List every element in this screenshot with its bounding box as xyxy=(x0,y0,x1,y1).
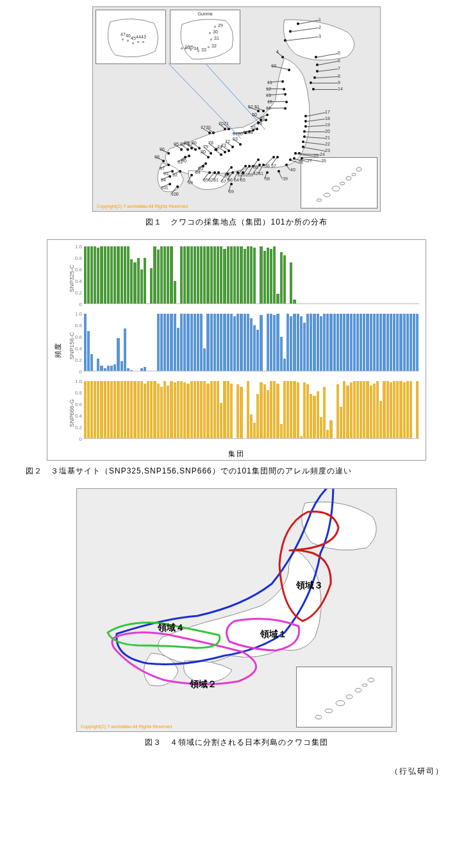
y-tick: 0.8 xyxy=(75,255,82,261)
bar-SNP325-C xyxy=(280,252,283,304)
bar-SNP325-C xyxy=(140,269,143,304)
leader-line-icon xyxy=(315,76,338,78)
bar-SNP666-G xyxy=(297,382,299,439)
bar-SNP666-G xyxy=(87,381,90,439)
leader-line-icon xyxy=(316,53,338,58)
figure-2-ylabel: 頻度 xyxy=(53,343,63,358)
leader-line-icon xyxy=(290,160,298,163)
bar-SNP325-C xyxy=(203,246,206,304)
bar-SNP156-C xyxy=(236,314,239,371)
bar-SNP325-C xyxy=(94,246,96,304)
y-tick: 0.2 xyxy=(75,357,82,363)
bar-SNP666-G xyxy=(403,382,406,439)
bar-SNP666-G xyxy=(353,381,356,439)
leader-line-icon xyxy=(278,171,283,179)
bar-SNP156-C xyxy=(270,314,272,371)
y-tick: 0 xyxy=(79,369,82,375)
collection-point-label: 82 xyxy=(208,178,213,182)
bar-SNP666-G xyxy=(317,391,319,439)
bar-SNP325-C xyxy=(130,259,133,304)
bar-SNP156-C xyxy=(329,314,332,371)
bar-SNP325-C xyxy=(100,246,103,304)
bar-SNP156-C xyxy=(124,328,126,371)
bar-SNP666-G xyxy=(104,381,106,439)
bar-SNP156-C xyxy=(177,328,179,371)
collection-point-label: 80 xyxy=(201,149,206,154)
region-label-4: 領域４ xyxy=(158,622,185,634)
bar-SNP156-C xyxy=(353,314,356,371)
collection-point-label: 12 xyxy=(266,87,271,91)
bar-SNP666-G xyxy=(390,382,392,439)
collection-point-label: 22 xyxy=(325,142,330,146)
bar-SNP156-C xyxy=(194,314,196,371)
svg-point-10 xyxy=(362,684,367,686)
bar-SNP666-G xyxy=(386,381,389,439)
bar-SNP666-G xyxy=(203,381,206,439)
bar-SNP325-C xyxy=(153,246,156,304)
bar-SNP666-G xyxy=(194,381,196,439)
bar-SNP325-C xyxy=(260,246,262,304)
collection-point-label: 10 xyxy=(271,64,276,68)
bar-SNP156-C xyxy=(217,314,219,371)
bar-SNP666-G xyxy=(210,381,213,439)
bar-SNP666-G xyxy=(250,414,253,439)
bar-SNP156-C xyxy=(213,314,216,371)
bar-SNP156-C xyxy=(346,314,349,371)
collection-point-label: 52 xyxy=(248,105,253,109)
collection-point-label: 95 xyxy=(174,142,179,146)
bar-SNP156-C xyxy=(396,314,399,371)
panel-snp325: SNP325-C 00.20.40.60.81.0 xyxy=(83,246,419,311)
bar-SNP156-C xyxy=(84,314,87,371)
bar-SNP325-C xyxy=(90,246,93,304)
bar-SNP666-G xyxy=(213,381,216,439)
collection-point-label: 21 xyxy=(325,135,330,140)
bar-SNP666-G xyxy=(376,381,379,439)
bar-SNP325-C xyxy=(270,249,272,304)
bar-SNP666-G xyxy=(110,381,113,439)
bar-SNP325-C xyxy=(127,246,129,304)
bar-SNP156-C xyxy=(340,314,342,371)
collection-point-label: 64 xyxy=(234,178,239,182)
bar-SNP156-C xyxy=(410,314,412,371)
leader-line-icon xyxy=(285,37,319,41)
axis-line-icon xyxy=(83,371,419,371)
bar-SNP325-C xyxy=(217,246,219,304)
collection-point-label: 89 xyxy=(180,142,185,146)
collection-point-label: 96 xyxy=(160,147,165,151)
bar-SNP325-C xyxy=(174,281,176,304)
bar-SNP156-C xyxy=(383,314,385,371)
collection-point-label: 77 xyxy=(201,125,206,130)
collection-point-label: 3 xyxy=(319,34,321,38)
bar-SNP156-C xyxy=(273,315,276,371)
collection-point-label: 11 xyxy=(267,80,272,85)
bar-SNP666-G xyxy=(187,384,189,439)
bar-SNP666-G xyxy=(127,381,129,439)
bar-SNP666-G xyxy=(256,394,259,439)
bar-SNP156-C xyxy=(87,331,90,371)
collection-point-label: 8 xyxy=(338,74,340,78)
collection-point-label: 79 xyxy=(203,144,208,149)
y-tick: 1.0 xyxy=(75,244,82,250)
bar-SNP666-G xyxy=(326,430,329,439)
bar-SNP156-C xyxy=(286,314,289,371)
bar-SNP156-C xyxy=(310,314,312,371)
figure-3-frame: 領域１ 領域２ 領域３ 領域４ Copyright(C) T-worldatla… xyxy=(76,488,397,732)
y-tick: 1.0 xyxy=(75,379,82,384)
bar-SNP156-C xyxy=(323,314,326,371)
bar-SNP156-C xyxy=(386,314,389,371)
collection-point-label: 4 xyxy=(276,49,279,54)
collection-point-label: 19 xyxy=(325,123,330,127)
bar-SNP156-C xyxy=(244,314,246,371)
bar-SNP156-C xyxy=(399,314,402,371)
bar-SNP156-C xyxy=(390,314,392,371)
leader-line-icon xyxy=(306,125,325,127)
leader-line-icon xyxy=(290,28,319,32)
bar-SNP666-G xyxy=(366,381,369,439)
bar-SNP156-C xyxy=(206,314,209,371)
bar-SNP156-C xyxy=(297,314,299,371)
bar-SNP666-G xyxy=(220,403,222,439)
bar-SNP156-C xyxy=(306,314,309,371)
bar-SNP156-C xyxy=(343,314,345,371)
leader-line-icon xyxy=(304,132,325,132)
leader-line-icon xyxy=(313,89,338,90)
